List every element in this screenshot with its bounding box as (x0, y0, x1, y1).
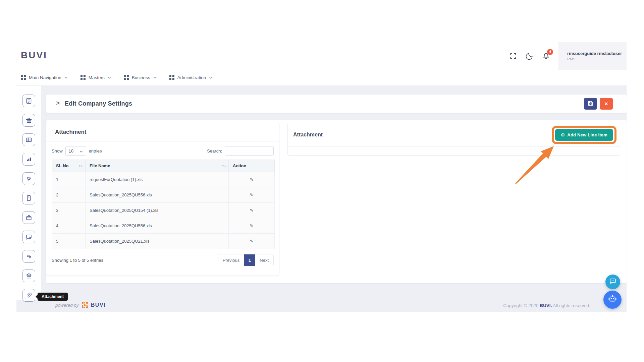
table-row: 4 SalesQuotation_2025QU556.xls ✎ (52, 218, 275, 234)
buvi-dots-logo (82, 302, 88, 308)
chat-settings-icon[interactable] (22, 231, 35, 243)
sort-icon[interactable]: ↑↓ (78, 164, 83, 168)
pencil-icon[interactable]: ✎ (250, 239, 254, 244)
table-summary: Showing 1 to 5 of 5 entries (52, 258, 103, 263)
grid-icon (124, 75, 129, 80)
annotation-highlight-ring: ⊕ Add New Line Item (552, 126, 616, 144)
page-size-value: 10 (69, 148, 73, 154)
save-button[interactable] (584, 98, 597, 110)
brand-logo[interactable]: BUVI (21, 50, 47, 61)
settings-icon[interactable] (22, 172, 35, 185)
chevron-down-icon (64, 76, 68, 79)
page-size-select[interactable]: 10 (65, 146, 86, 156)
pencil-icon[interactable]: ✎ (250, 223, 254, 228)
bar-chart-icon[interactable] (22, 153, 35, 166)
panel-title: Attachment (46, 122, 279, 141)
close-button[interactable]: × (600, 98, 613, 110)
grid-icon (21, 75, 26, 80)
content-card: Attachment Show 10 entries Search: (46, 120, 627, 283)
show-label: Show (52, 148, 63, 154)
cell-slno: 1 (52, 172, 86, 187)
report-icon[interactable] (22, 95, 35, 107)
cell-slno: 5 (52, 234, 86, 249)
cell-slno: 3 (52, 203, 86, 218)
page-title: Edit Company Settings (65, 100, 132, 107)
search-label: Search: (207, 148, 222, 154)
powered-by: powered by BUVI (55, 302, 106, 308)
next-page-button[interactable]: Next (255, 254, 273, 266)
list-settings-icon[interactable] (22, 250, 35, 263)
panel-title: Attachment (293, 132, 323, 138)
main-menu-bar: Main Navigation Masters Business Adminis… (16, 70, 627, 86)
grid-icon (169, 75, 174, 80)
app-window: BUVI 4 (16, 42, 627, 312)
notification-badge: 4 (547, 49, 553, 55)
nav-masters[interactable]: Masters (80, 75, 111, 80)
nav-administration[interactable]: Administration (169, 75, 213, 80)
copyright-text: Copyright © 2020 BUVI. All rights reserv… (503, 303, 590, 308)
pencil-icon[interactable]: ✎ (250, 192, 254, 197)
chatbot-button[interactable] (603, 291, 622, 309)
attachments-table: SL.No↑↓ File Name↑↓ Action 1 requestForQ… (52, 160, 275, 249)
sidebar-tooltip: Attachment (38, 293, 68, 301)
nav-label: Administration (177, 75, 206, 80)
chat-icon (609, 278, 616, 286)
attachment-lineitem-panel: Attachment ⊕ Add New Line Item (287, 123, 620, 156)
screenshot-canvas: BUVI 4 (0, 0, 644, 362)
table-controls: Show 10 entries Search: (52, 146, 274, 156)
table-row: 2 SalesQuotation_2025QU556.xls ✎ (52, 187, 275, 203)
header-actions: 4 (509, 42, 550, 70)
nav-label: Main Navigation (29, 75, 61, 80)
robot-icon (608, 294, 617, 305)
news-icon[interactable] (22, 133, 35, 146)
entries-label: entries (89, 148, 102, 154)
previous-page-button[interactable]: Previous (218, 254, 245, 266)
quick-sidebar (16, 86, 41, 300)
user-role: RMS (567, 57, 627, 61)
plus-circle-icon: ⊕ (561, 132, 565, 137)
page-body: Edit Company Settings × Attachment Sho (16, 86, 627, 312)
dark-mode-moon-icon[interactable] (526, 52, 534, 60)
attachment-table-panel: Attachment Show 10 entries Search: (46, 122, 279, 276)
table-row: 5 SalesQuotation_2025QU21.xls ✎ (52, 234, 275, 249)
chat-button[interactable] (605, 275, 620, 289)
chevron-down-icon (80, 148, 83, 154)
cell-filename: SalesQuotation_2025QU556.xls (86, 218, 229, 234)
chevron-down-icon (209, 76, 212, 79)
top-header: BUVI 4 (16, 42, 627, 70)
grid-icon (80, 75, 86, 80)
page-header-card: Edit Company Settings × (46, 95, 627, 113)
column-header-filename[interactable]: File Name↑↓ (86, 160, 229, 172)
user-menu[interactable]: rmsuserguide rmslastuser RMS (558, 42, 627, 70)
column-header-action: Action (229, 160, 275, 172)
bank-icon[interactable] (22, 114, 35, 127)
cell-filename: SalesQuotation_2025QU556.xls (86, 187, 229, 203)
briefcase-icon[interactable] (22, 211, 35, 224)
column-header-slno[interactable]: SL.No↑↓ (52, 160, 86, 172)
fullscreen-icon[interactable] (509, 52, 517, 60)
cell-slno: 2 (52, 187, 86, 203)
nav-main-navigation[interactable]: Main Navigation (21, 75, 68, 80)
pencil-icon[interactable]: ✎ (250, 208, 254, 213)
cell-slno: 4 (52, 218, 86, 234)
cell-filename: SalesQuotation_2025QU21.xls (86, 234, 229, 249)
institution-icon[interactable] (22, 269, 35, 282)
save-icon (587, 100, 594, 108)
sort-icon[interactable]: ↑↓ (221, 164, 226, 168)
powered-by-label: powered by (55, 303, 79, 308)
nav-business[interactable]: Business (124, 75, 157, 80)
add-new-line-item-button[interactable]: ⊕ Add New Line Item (555, 129, 613, 141)
pencil-icon[interactable]: ✎ (250, 177, 254, 182)
page-number-button[interactable]: 1 (244, 254, 255, 266)
attachment-icon[interactable] (22, 289, 35, 302)
calculator-icon[interactable] (22, 192, 35, 204)
table-row: 1 requestForQuotation (1).xls ✎ (52, 172, 275, 187)
chevron-down-icon (153, 76, 157, 79)
gear-icon (55, 100, 61, 108)
notification-bell-icon[interactable]: 4 (542, 52, 550, 60)
search-input[interactable] (225, 146, 274, 156)
nav-label: Masters (89, 75, 105, 80)
footer-brand: BUVI (91, 302, 106, 308)
user-name: rmsuserguide rmslastuser (567, 51, 627, 56)
table-row: 3 SalesQuotation_2025QU154 (1).xls ✎ (52, 203, 275, 218)
